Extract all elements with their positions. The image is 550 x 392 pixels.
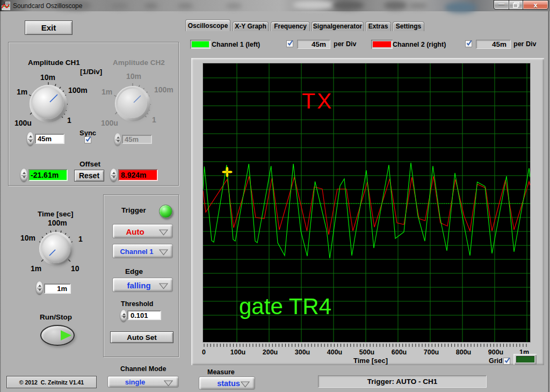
svg-text:gate TR4: gate TR4 bbox=[239, 294, 331, 319]
svg-text:TX: TX bbox=[302, 89, 333, 113]
